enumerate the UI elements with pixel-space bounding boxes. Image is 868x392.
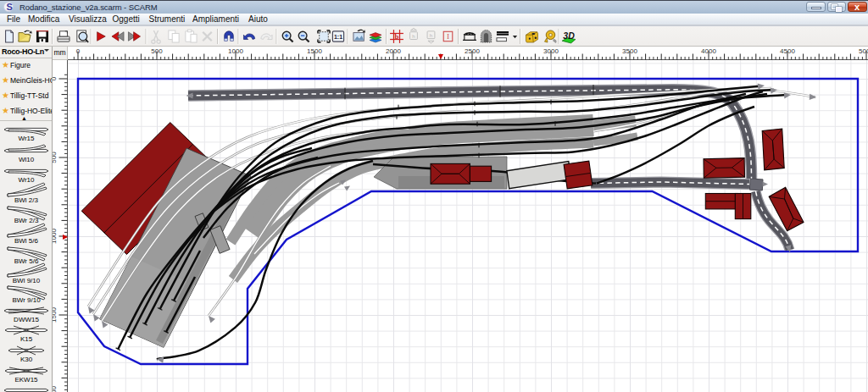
svg-text:EKW15: EKW15 bbox=[14, 376, 38, 384]
svg-text:1000: 1000 bbox=[228, 47, 243, 55]
svg-text:3D: 3D bbox=[563, 30, 575, 41]
svg-text:h: h bbox=[430, 32, 433, 38]
svg-text:Wr15: Wr15 bbox=[19, 135, 36, 142]
svg-text:0: 0 bbox=[53, 76, 58, 80]
svg-text:b: b bbox=[395, 32, 399, 41]
svg-text:DWW15: DWW15 bbox=[14, 316, 39, 323]
svg-text:Wl10: Wl10 bbox=[19, 156, 35, 163]
svg-text:h: h bbox=[412, 33, 415, 39]
svg-text:500: 500 bbox=[53, 152, 58, 163]
svg-text:5000: 5000 bbox=[859, 47, 868, 55]
svg-text:BWl 9/10: BWl 9/10 bbox=[13, 277, 41, 284]
svg-text:Wr10: Wr10 bbox=[19, 176, 36, 184]
svg-text:1500: 1500 bbox=[53, 307, 58, 323]
svg-text:3000: 3000 bbox=[543, 47, 559, 55]
svg-text:500: 500 bbox=[151, 47, 163, 55]
svg-text:K30: K30 bbox=[20, 356, 33, 363]
svg-text:2500: 2500 bbox=[465, 47, 480, 55]
svg-text:4500: 4500 bbox=[780, 47, 795, 55]
svg-text:3500: 3500 bbox=[622, 47, 637, 55]
svg-text:1500: 1500 bbox=[307, 47, 322, 55]
svg-text:BWr 9/10: BWr 9/10 bbox=[12, 296, 41, 304]
svg-text:0: 0 bbox=[76, 47, 81, 55]
svg-text:I: I bbox=[447, 33, 449, 41]
svg-text:2000: 2000 bbox=[53, 386, 58, 392]
svg-text:BWr 2/3: BWr 2/3 bbox=[14, 217, 39, 224]
svg-text:4000: 4000 bbox=[701, 47, 716, 55]
svg-text:K15: K15 bbox=[20, 335, 33, 343]
svg-text:2000: 2000 bbox=[386, 47, 401, 55]
svg-text:1000: 1000 bbox=[53, 229, 58, 244]
svg-text:1:1: 1:1 bbox=[334, 34, 342, 40]
svg-text:BWl 2/3: BWl 2/3 bbox=[14, 196, 39, 204]
svg-text:BWl 5/6: BWl 5/6 bbox=[14, 237, 39, 245]
svg-text:BWr 5/6: BWr 5/6 bbox=[14, 257, 39, 265]
